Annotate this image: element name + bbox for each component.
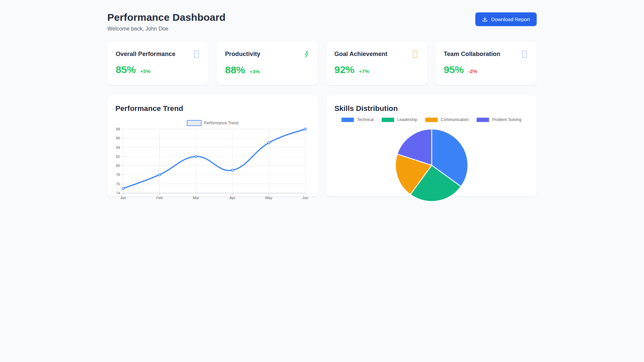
x-axis-label: Mar xyxy=(193,196,199,200)
lightning-bolt-icon xyxy=(304,51,309,59)
stat-value: 85% xyxy=(116,64,136,75)
legend-item-leadership[interactable]: Leadership xyxy=(382,117,417,122)
line-chart-title: Performance Trend xyxy=(115,104,310,114)
y-axis-label: 88 xyxy=(116,127,120,131)
stat-label: Team Collaboration xyxy=(444,51,500,58)
legend-label: Technical xyxy=(357,117,374,122)
line-legend-swatch xyxy=(187,120,201,126)
charts-row: Performance Trend 7476788082848688JanFeb… xyxy=(107,96,537,196)
stat-delta: +7% xyxy=(359,68,369,74)
stat-value: 88% xyxy=(225,64,245,76)
placeholder-box-icon xyxy=(413,51,419,59)
stat-value: 92% xyxy=(334,64,355,75)
trend-line xyxy=(123,129,305,188)
stat-card: Goal Achievement 92% +7% xyxy=(326,42,427,85)
line-legend-label: Performance Trend xyxy=(204,121,238,125)
y-axis-label: 84 xyxy=(116,145,120,149)
y-axis-label: 86 xyxy=(116,136,120,140)
stat-label: Overall Performance xyxy=(116,51,175,58)
download-report-button[interactable]: Download Report xyxy=(475,12,537,26)
stat-label: Productivity xyxy=(225,51,260,58)
y-axis-label: 74 xyxy=(116,191,120,195)
data-point xyxy=(231,169,233,171)
placeholder-box-icon xyxy=(522,51,528,59)
skills-distribution-card: Skills Distribution TechnicalLeadershipC… xyxy=(326,96,537,196)
stat-card: Team Collaboration 95% -2% xyxy=(435,42,537,85)
page-header: Performance Dashboard Welcome back, John… xyxy=(107,11,537,32)
download-report-label: Download Report xyxy=(491,16,530,22)
skills-distribution-chart[interactable] xyxy=(391,125,472,205)
stat-delta: +5% xyxy=(140,68,150,74)
legend-item-technical[interactable]: Technical xyxy=(341,117,374,122)
data-point xyxy=(158,174,160,176)
pie-chart-legend: TechnicalLeadershipCommunicationProblem … xyxy=(334,117,529,122)
x-axis-label: Jan xyxy=(120,196,126,200)
dashboard-page: Performance Dashboard Welcome back, John… xyxy=(107,0,537,196)
stat-label: Goal Achievement xyxy=(334,51,387,58)
x-axis-label: May xyxy=(265,196,272,200)
stat-delta: -2% xyxy=(468,68,477,74)
header-text-block: Performance Dashboard Welcome back, John… xyxy=(107,11,226,32)
legend-label: Leadership xyxy=(397,117,417,122)
legend-swatch xyxy=(477,118,489,122)
x-axis-label: Apr xyxy=(229,196,235,200)
welcome-text: Welcome back, John Doe xyxy=(107,25,226,32)
stat-delta: +3% xyxy=(250,69,260,74)
legend-label: Communication xyxy=(441,117,469,122)
pie-chart-title: Skills Distribution xyxy=(334,104,529,114)
placeholder-box-icon xyxy=(194,51,200,59)
legend-swatch xyxy=(425,118,438,122)
y-axis-label: 76 xyxy=(116,182,120,186)
data-point xyxy=(122,187,124,189)
legend-swatch xyxy=(341,118,354,122)
legend-label: Problem Solving xyxy=(492,117,521,122)
y-axis-label: 78 xyxy=(116,173,120,177)
stats-row: Overall Performance 85% +5% Productivity… xyxy=(107,42,537,85)
page-title: Performance Dashboard xyxy=(107,11,226,23)
data-point xyxy=(304,128,306,130)
x-axis-label: Feb xyxy=(156,196,163,200)
stat-card: Overall Performance 85% +5% xyxy=(107,42,209,85)
x-axis-label: Jun xyxy=(302,196,308,200)
stat-card: Productivity 88% +3% xyxy=(217,42,318,85)
performance-trend-card: Performance Trend 7476788082848688JanFeb… xyxy=(107,96,318,196)
y-axis-label: 80 xyxy=(116,164,120,168)
legend-swatch xyxy=(382,118,394,122)
legend-item-problem-solving[interactable]: Problem Solving xyxy=(477,117,521,122)
legend-item-communication[interactable]: Communication xyxy=(425,117,469,122)
stat-value: 95% xyxy=(444,64,464,75)
performance-trend-chart[interactable]: 7476788082848688JanFebMarAprMayJunPerfor… xyxy=(115,116,310,201)
data-point xyxy=(195,156,197,158)
download-icon xyxy=(482,16,488,22)
data-point xyxy=(268,142,270,144)
y-axis-label: 82 xyxy=(116,155,120,159)
